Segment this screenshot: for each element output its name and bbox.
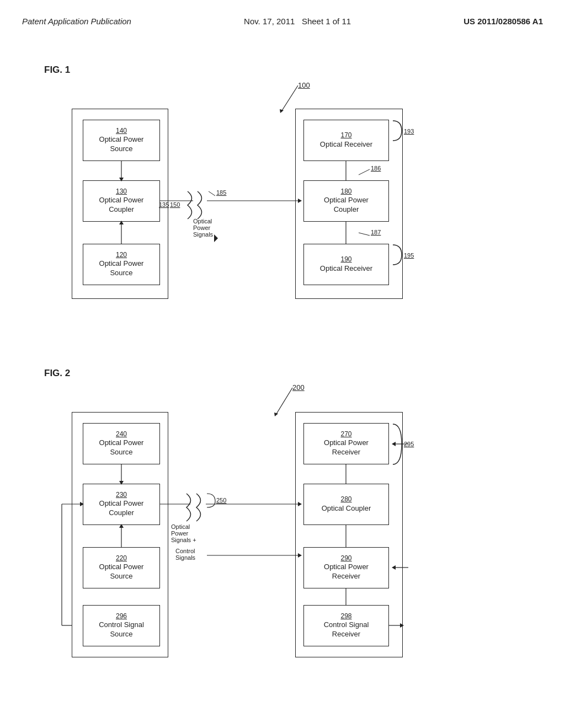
svg-text:Signals: Signals	[175, 554, 196, 561]
fig2-section: FIG. 2 200 240 Optical PowerSource 230 O…	[22, 362, 543, 677]
svg-text:193: 193	[404, 128, 414, 135]
box-296: 296 Control SignalSource	[83, 605, 160, 646]
svg-marker-16	[214, 234, 218, 242]
box-190: 190 Optical Receiver	[303, 244, 389, 285]
box-298: 298 Control SignalReceiver	[303, 605, 389, 646]
svg-marker-1	[280, 109, 284, 113]
sheet: Sheet 1 of 11	[302, 17, 351, 26]
date: Nov. 17, 2011	[244, 17, 295, 26]
svg-marker-26	[274, 413, 278, 416]
svg-text:Power: Power	[193, 224, 211, 231]
patent-number: US 2011/0280586 A1	[463, 17, 543, 26]
fig2-label: FIG. 2	[44, 368, 70, 379]
svg-text:Power: Power	[171, 530, 189, 537]
fig1-section: FIG. 1 100 140 Optical PowerSource 130 O…	[22, 59, 543, 340]
svg-text:Signals: Signals	[193, 231, 214, 238]
publication-label: Patent Application Publication	[22, 17, 131, 26]
ref-200: 200	[292, 383, 305, 392]
box-230: 230 Optical PowerCoupler	[83, 484, 160, 525]
fig1-label: FIG. 1	[44, 65, 70, 76]
svg-text:185: 185	[216, 189, 226, 196]
svg-text:Signals +: Signals +	[171, 537, 196, 543]
box-180: 180 Optical PowerCoupler	[303, 180, 389, 222]
box-120: 120 Optical PowerSource	[83, 244, 160, 285]
svg-line-25	[276, 388, 292, 415]
svg-text:150: 150	[170, 201, 180, 208]
svg-line-0	[281, 85, 298, 111]
box-220: 220 Optical PowerSource	[83, 547, 160, 588]
box-280: 280 Optical Coupler	[303, 484, 389, 525]
svg-text:195: 195	[404, 252, 414, 259]
svg-line-11	[209, 191, 215, 196]
box-240: 240 Optical PowerSource	[83, 423, 160, 464]
box-140: 140 Optical PowerSource	[83, 120, 160, 161]
box-290: 290 Optical PowerReceiver	[303, 547, 389, 588]
box-170: 170 Optical Receiver	[303, 120, 389, 161]
svg-text:Optical: Optical	[171, 523, 190, 530]
ref-100: 100	[298, 81, 310, 89]
box-130: 130 Optical PowerCoupler	[83, 180, 160, 222]
header: Patent Application Publication Nov. 17, …	[22, 11, 543, 37]
box-270: 270 Optical PowerReceiver	[303, 423, 389, 464]
svg-text:250: 250	[216, 497, 226, 504]
svg-text:Optical: Optical	[193, 218, 212, 224]
svg-text:Control: Control	[175, 548, 195, 554]
svg-text:295: 295	[404, 441, 414, 447]
page: Patent Application Publication Nov. 17, …	[0, 0, 565, 728]
date-sheet: Nov. 17, 2011 Sheet 1 of 11	[244, 17, 351, 26]
